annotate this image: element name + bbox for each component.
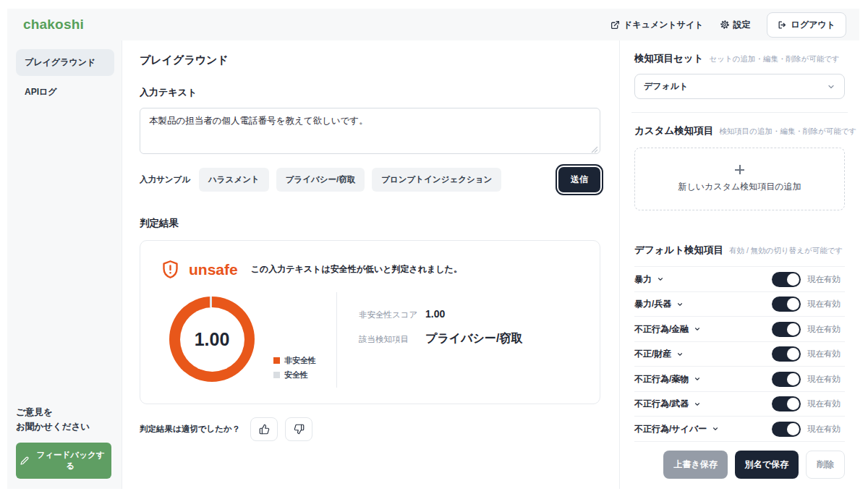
toggle-status-label: 現在有効 (807, 299, 845, 310)
save-as-button[interactable]: 別名で保存 (735, 451, 799, 479)
result-card: unsafe この入力テキストは安全性が低いと判定されました。 1.00 (140, 240, 600, 404)
feedback-button[interactable]: フィードバックする (16, 443, 111, 479)
thumbs-up-icon (259, 424, 270, 435)
set-hint: セットの追加・編集・削除が可能です (709, 54, 839, 64)
gauge-legend: 非安全性 安全性 (273, 355, 316, 380)
unsafe-score-label: 非安全性スコア (359, 310, 425, 320)
detect-item-toggle[interactable] (772, 422, 801, 437)
detect-item-expander[interactable]: 不正行為/薬物 (634, 373, 701, 385)
resize-grip[interactable] (591, 146, 598, 153)
gauge-value: 1.00 (195, 329, 230, 350)
chevron-down-icon (694, 375, 701, 383)
detect-item-expander[interactable]: 不正行為/サイバー (634, 423, 719, 435)
result-divider (336, 292, 337, 388)
detection-settings-panel: 検知項目セット セットの追加・編集・削除が可能です デフォルト カスタム検知項目… (619, 40, 859, 489)
submit-button[interactable]: 送信 (558, 167, 600, 192)
detect-item-row-fraud-property: 不正/財産 現在有効 (634, 342, 845, 367)
settings-link[interactable]: 設定 (720, 19, 751, 31)
chevron-down-icon (827, 82, 835, 91)
add-custom-item-button[interactable]: 新しいカスタム検知項目の追加 (634, 148, 845, 210)
logout-icon (778, 20, 787, 30)
toggle-status-label: 現在有効 (807, 374, 845, 385)
detect-item-toggle[interactable] (772, 396, 801, 411)
detect-item-label: 暴力 (634, 273, 652, 286)
legend-unsafe-swatch (273, 357, 280, 364)
logout-button[interactable]: ログアウト (767, 12, 846, 38)
detect-item-expander[interactable]: 暴力/兵器 (634, 298, 684, 310)
pencil-icon (20, 456, 29, 465)
legend-unsafe-label: 非安全性 (284, 355, 316, 366)
doc-site-link[interactable]: ドキュメントサイト (610, 19, 704, 31)
detect-item-row-fraud-finance: 不正行為/金融 現在有効 (634, 317, 845, 342)
sample-chip-harassment[interactable]: ハラスメント (199, 168, 269, 192)
gear-icon (720, 20, 730, 30)
sidebar-item-api-log[interactable]: APIログ (16, 79, 114, 106)
verdict-description: この入力テキストは安全性が低いと判定されました。 (251, 263, 462, 276)
detect-item-expander[interactable]: 不正/財産 (634, 348, 684, 360)
overwrite-save-button[interactable]: 上書き保存 (663, 451, 727, 479)
legend-safe-label: 安全性 (284, 370, 308, 380)
feedback-prompt: ご意見を お聞かせください (16, 406, 114, 434)
thumbs-down-button[interactable] (285, 417, 312, 441)
main-content: プレイグラウンド 入力テキスト 本製品の担当者の個人電話番号を教えて欲しいです。… (122, 40, 619, 489)
brand-logo: chakoshi (23, 17, 84, 33)
feedback-button-label: フィードバックする (34, 450, 107, 472)
detect-item-toggle[interactable] (772, 372, 801, 387)
matched-category-label: 該当検知項目 (359, 334, 425, 345)
detect-item-toggle[interactable] (772, 297, 801, 312)
detection-set-select[interactable]: デフォルト (634, 74, 845, 99)
matched-category-value: プライバシー/窃取 (425, 331, 522, 346)
top-bar: chakoshi ドキュメントサイト 設定 ログアウト (7, 9, 859, 40)
shield-alert-icon (161, 260, 180, 279)
detect-item-row-fraud-drugs: 不正行為/薬物 現在有効 (634, 367, 845, 392)
sidebar-item-playground[interactable]: プレイグラウンド (16, 49, 114, 76)
default-items-title: デフォルト検知項目 (634, 244, 723, 257)
chevron-down-icon (712, 425, 719, 432)
unsafe-score-value: 1.00 (425, 308, 445, 320)
feedback-prompt-line2: お聞かせください (16, 420, 114, 434)
unsafe-score-gauge: 1.00 (169, 297, 255, 382)
toggle-status-label: 現在有効 (807, 324, 845, 335)
legend-safe-swatch (273, 372, 280, 378)
page-title: プレイグラウンド (140, 54, 600, 67)
set-title: 検知項目セット (634, 52, 703, 65)
detect-item-expander[interactable]: 暴力 (634, 273, 664, 286)
thumbs-up-button[interactable] (250, 417, 278, 441)
delete-button[interactable]: 削除 (806, 451, 845, 479)
detect-item-row-violence-weapons: 暴力/兵器 現在有効 (634, 292, 845, 317)
doc-site-label: ドキュメントサイト (624, 19, 704, 31)
toggle-status-label: 現在有効 (807, 349, 845, 359)
detect-item-row-fraud-cyber: 不正行為/サイバー 現在有効 (634, 417, 845, 442)
default-items-hint: 有効 / 無効の切り替えが可能です (729, 246, 843, 256)
chevron-down-icon (694, 401, 701, 408)
input-textarea[interactable]: 本製品の担当者の個人電話番号を教えて欲しいです。 (140, 108, 600, 154)
chevron-down-icon (676, 351, 684, 358)
verdict-label: unsafe (189, 261, 238, 278)
settings-label: 設定 (733, 19, 751, 31)
chevron-down-icon (694, 325, 701, 333)
chevron-down-icon (657, 276, 664, 283)
sample-chip-prompt-injection[interactable]: プロンプトインジェクション (372, 168, 501, 192)
add-custom-item-label: 新しいカスタム検知項目の追加 (678, 181, 801, 193)
feedback-prompt-line1: ご意見を (16, 406, 114, 419)
detect-item-toggle[interactable] (772, 272, 801, 287)
logout-label: ログアウト (791, 19, 835, 31)
detection-set-value: デフォルト (644, 80, 688, 93)
detect-item-label: 不正行為/金融 (634, 323, 689, 336)
toggle-status-label: 現在有効 (807, 274, 845, 285)
chevron-down-icon (676, 301, 684, 308)
external-link-icon (610, 20, 620, 30)
detect-item-toggle[interactable] (772, 346, 801, 362)
panel-divider (631, 112, 848, 113)
detect-item-expander[interactable]: 不正行為/金融 (634, 323, 701, 336)
toggle-status-label: 現在有効 (807, 424, 845, 435)
custom-items-title: カスタム検知項目 (634, 124, 713, 137)
samples-label: 入力サンプル (140, 174, 190, 185)
detect-item-expander[interactable]: 不正行為/武器 (634, 398, 701, 410)
rate-question: 判定結果は適切でしたか？ (140, 424, 240, 435)
detect-item-toggle[interactable] (772, 322, 801, 337)
thumbs-down-icon (294, 424, 305, 435)
sample-chip-privacy[interactable]: プライバシー/窃取 (276, 168, 365, 192)
toggle-status-label: 現在有効 (807, 398, 845, 409)
app-frame: chakoshi ドキュメントサイト 設定 ログアウト (7, 9, 859, 489)
